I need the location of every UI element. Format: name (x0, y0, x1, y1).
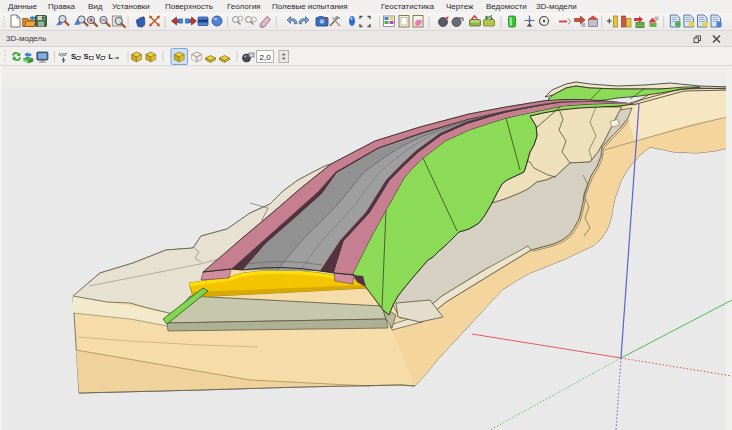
svg-text:S: S (71, 52, 76, 61)
svg-text:xyz: xyz (58, 51, 68, 57)
svg-text:V: V (96, 52, 101, 61)
svg-text:S: S (84, 52, 89, 61)
svg-text:2,0: 2,0 (260, 53, 272, 62)
svg-text:L: L (109, 52, 114, 61)
